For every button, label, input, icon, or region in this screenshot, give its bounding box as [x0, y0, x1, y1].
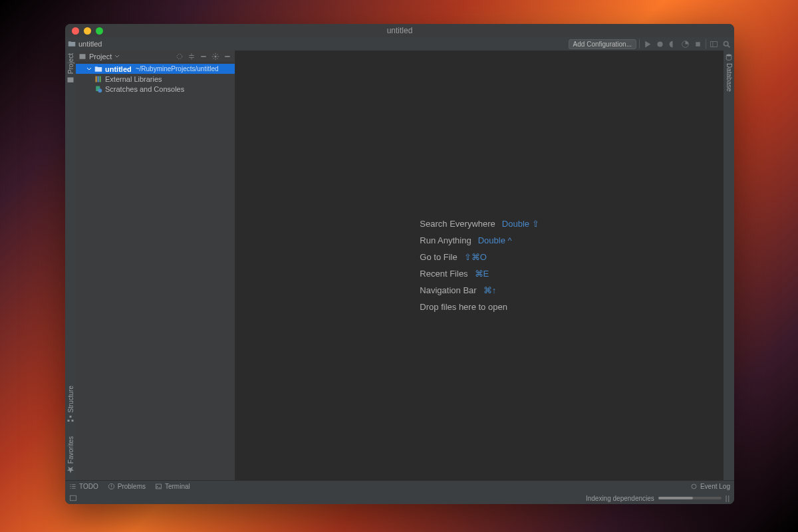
editor-area[interactable]: Search EverywhereDouble ⇧ Run AnythingDo…: [235, 51, 724, 480]
pause-icon[interactable]: ||: [726, 495, 730, 502]
svg-rect-17: [100, 76, 101, 82]
workspace: Project Structure Favorites Project: [65, 51, 734, 480]
progress-bar: [658, 497, 722, 499]
run-with-coverage-button[interactable]: [668, 39, 678, 49]
folder-icon: [94, 65, 102, 73]
project-sidebar: Project untitled ~/RubymineProjects/unti…: [76, 51, 235, 480]
welcome-hints: Search EverywhereDouble ⇧ Run AnythingDo…: [420, 219, 539, 312]
svg-point-0: [657, 41, 662, 47]
status-text: Indexing dependencies: [586, 495, 654, 502]
svg-rect-16: [98, 76, 99, 82]
library-icon: [94, 75, 102, 83]
ide-window: untitled untitled Add Configuration... P…: [65, 24, 734, 504]
debug-button[interactable]: [655, 39, 665, 49]
svg-rect-10: [70, 416, 72, 418]
stop-button[interactable]: [693, 39, 703, 49]
expand-all-icon[interactable]: [187, 52, 196, 61]
select-opened-file-icon[interactable]: [175, 52, 184, 61]
svg-line-6: [728, 45, 730, 47]
hint-navigation-bar: Navigation Bar⌘↑: [420, 285, 539, 295]
profile-button[interactable]: [680, 39, 690, 49]
main-toolbar: untitled Add Configuration...: [65, 37, 734, 51]
svg-rect-14: [225, 56, 230, 57]
status-bar: Indexing dependencies ||: [65, 492, 734, 504]
left-tool-gutter: Project Structure Favorites: [65, 51, 76, 480]
breadcrumb[interactable]: untitled: [68, 40, 102, 48]
svg-rect-11: [80, 54, 86, 59]
sidebar-header: Project: [76, 51, 235, 63]
tool-window-toggle-icon[interactable]: [69, 494, 77, 502]
layout-settings-button[interactable]: [709, 39, 719, 49]
hint-drop-files: Drop files here to open: [420, 302, 539, 312]
svg-point-5: [724, 41, 728, 46]
svg-point-12: [177, 54, 182, 59]
project-view-icon: [78, 53, 86, 61]
svg-point-23: [692, 484, 696, 489]
titlebar: untitled: [65, 24, 734, 37]
hint-search-everywhere: Search EverywhereDouble ⇧: [420, 219, 539, 229]
tree-root-path: ~/RubymineProjects/untitled: [136, 65, 219, 72]
tree-external-libraries[interactable]: External Libraries: [76, 74, 235, 84]
svg-rect-15: [96, 76, 97, 82]
search-everywhere-button[interactable]: [722, 39, 732, 49]
minimize-window-button[interactable]: [84, 27, 91, 35]
gear-icon[interactable]: [211, 52, 220, 61]
tool-tab-database[interactable]: Database: [725, 53, 733, 92]
svg-rect-24: [70, 495, 76, 501]
svg-point-20: [726, 55, 732, 57]
add-configuration-button[interactable]: Add Configuration...: [569, 39, 636, 49]
svg-rect-8: [72, 420, 74, 422]
hint-run-anything: Run AnythingDouble ^: [420, 235, 539, 245]
traffic-lights: [72, 27, 103, 35]
zoom-window-button[interactable]: [96, 27, 103, 35]
svg-point-13: [215, 55, 217, 57]
hide-icon[interactable]: [223, 52, 232, 61]
right-tool-gutter: Database: [724, 51, 734, 480]
window-title: untitled: [65, 26, 734, 35]
svg-rect-2: [696, 42, 700, 47]
hint-go-to-file: Go to File⇧⌘O: [420, 252, 539, 262]
tool-tab-todo[interactable]: TODO: [69, 483, 98, 490]
tree-root-label: untitled: [105, 65, 132, 73]
tool-tab-problems[interactable]: Problems: [108, 483, 146, 490]
svg-rect-7: [68, 77, 74, 82]
tool-tab-structure[interactable]: Structure: [66, 386, 74, 423]
svg-rect-3: [711, 41, 718, 47]
chevron-down-icon: [86, 66, 92, 72]
tool-tab-favorites[interactable]: Favorites: [66, 436, 74, 473]
project-tree: untitled ~/RubymineProjects/untitled Ext…: [76, 63, 235, 480]
chevron-down-icon[interactable]: [114, 54, 120, 59]
folder-icon: [68, 40, 76, 48]
tree-scratches[interactable]: Scratches and Consoles: [76, 84, 235, 94]
svg-point-19: [98, 88, 102, 92]
tool-tab-terminal[interactable]: Terminal: [155, 483, 190, 490]
tree-root-node[interactable]: untitled ~/RubymineProjects/untitled: [76, 64, 235, 74]
hint-recent-files: Recent Files⌘E: [420, 269, 539, 279]
run-button[interactable]: [642, 39, 652, 49]
bottom-tool-tabs: TODO Problems Terminal Event Log: [65, 480, 734, 492]
breadcrumb-text: untitled: [78, 40, 102, 48]
close-window-button[interactable]: [72, 27, 79, 35]
tool-tab-event-log[interactable]: Event Log: [690, 483, 730, 490]
sidebar-title[interactable]: Project: [89, 53, 112, 61]
svg-rect-9: [68, 420, 70, 422]
scratches-icon: [94, 85, 102, 93]
tool-tab-project[interactable]: Project: [66, 53, 74, 84]
collapse-all-icon[interactable]: [199, 52, 208, 61]
